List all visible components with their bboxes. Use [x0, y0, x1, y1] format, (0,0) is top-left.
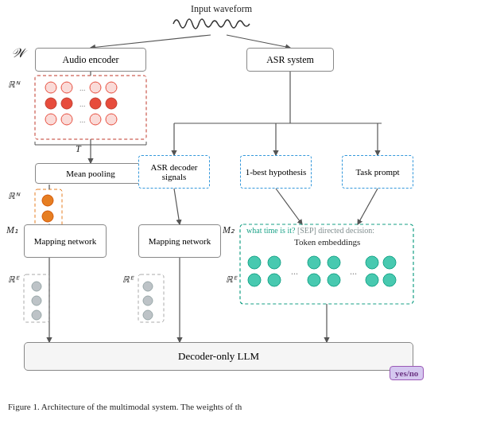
- svg-point-12: [45, 114, 56, 125]
- svg-point-6: [106, 82, 117, 93]
- svg-point-13: [61, 114, 72, 125]
- svg-point-7: [45, 98, 56, 109]
- mean-pooling-label: Mean pooling: [66, 169, 114, 178]
- svg-point-10: [90, 98, 101, 109]
- diagram: ... ... ...: [0, 0, 504, 414]
- svg-line-43: [276, 189, 302, 224]
- rn-label-pool: ℝᴺ: [8, 191, 19, 201]
- best-hypothesis-label: 1-best hypothesis: [246, 167, 307, 177]
- decoder-llm-label: Decoder-only LLM: [178, 350, 259, 363]
- asr-system-label: ASR system: [266, 54, 314, 66]
- decoder-llm-box: Decoder-only LLM: [24, 342, 413, 371]
- svg-rect-31: [24, 274, 49, 322]
- token-directed: directed decision:: [318, 226, 374, 235]
- svg-point-15: [90, 114, 101, 125]
- mapping-network-2-box: Mapping network: [138, 224, 221, 258]
- re-label-m1: ℝᴱ: [8, 274, 18, 285]
- svg-rect-45: [240, 224, 413, 304]
- svg-point-23: [42, 211, 53, 222]
- svg-point-54: [328, 274, 340, 286]
- token-text-area: what time is it? [SEP] directed decision…: [246, 226, 374, 235]
- svg-rect-17: [35, 76, 146, 139]
- svg-line-44: [358, 189, 378, 224]
- svg-point-41: [143, 310, 153, 320]
- svg-point-53: [328, 256, 340, 269]
- token-sep: [SEP]: [297, 226, 316, 235]
- task-prompt-box: Task prompt: [342, 155, 413, 189]
- svg-point-40: [143, 296, 153, 305]
- audio-encoder-label: Audio encoder: [63, 54, 119, 66]
- svg-text:...: ...: [79, 99, 86, 108]
- svg-point-29: [32, 296, 41, 305]
- svg-point-22: [42, 195, 53, 206]
- svg-point-52: [308, 274, 320, 286]
- svg-point-57: [366, 274, 378, 286]
- svg-line-37: [174, 189, 180, 224]
- yesno-badge: yes/no: [390, 366, 424, 380]
- svg-point-2: [45, 82, 56, 93]
- t-label: T: [76, 143, 81, 155]
- mean-pooling-box: Mean pooling: [35, 163, 146, 184]
- task-prompt-label: Task prompt: [355, 167, 399, 177]
- svg-point-47: [248, 274, 261, 286]
- rn-label-grid: ℝᴺ: [8, 80, 19, 90]
- svg-text:...: ...: [79, 115, 86, 124]
- svg-point-28: [32, 282, 41, 291]
- audio-encoder-box: Audio encoder: [35, 48, 146, 72]
- svg-text:...: ...: [350, 266, 357, 277]
- svg-point-56: [366, 256, 378, 269]
- svg-point-11: [106, 98, 117, 109]
- svg-point-59: [383, 274, 396, 286]
- best-hypothesis-box: 1-best hypothesis: [240, 155, 312, 189]
- svg-point-16: [106, 114, 117, 125]
- asr-decoder-signals-label: ASR decoder signals: [139, 162, 209, 181]
- token-embeddings-label: Token embeddings: [294, 237, 360, 247]
- svg-point-5: [90, 82, 101, 93]
- svg-point-3: [61, 82, 72, 93]
- svg-text:...: ...: [79, 84, 86, 92]
- svg-point-46: [248, 256, 261, 269]
- mapping-network-1-label: Mapping network: [34, 236, 97, 246]
- m2-label: M₂: [223, 224, 235, 236]
- w-label: 𝒲: [11, 46, 23, 60]
- token-question: what time is it?: [246, 226, 295, 235]
- mapping-network-2-label: Mapping network: [149, 236, 211, 246]
- svg-line-1: [227, 35, 290, 48]
- mapping-network-1-box: Mapping network: [24, 224, 107, 258]
- asr-decoder-signals-box: ASR decoder signals: [138, 155, 210, 189]
- re-label-m2: ℝᴱ: [122, 274, 133, 285]
- figure-caption: Figure 1. Architecture of the multimodal…: [8, 402, 242, 411]
- asr-system-box: ASR system: [246, 48, 334, 72]
- svg-point-30: [32, 310, 41, 320]
- svg-point-51: [308, 256, 320, 269]
- svg-text:...: ...: [291, 266, 298, 277]
- svg-point-8: [61, 98, 72, 109]
- svg-line-0: [91, 35, 211, 48]
- svg-point-58: [383, 256, 396, 269]
- svg-point-39: [143, 282, 153, 291]
- re-label-token: ℝᴱ: [226, 274, 236, 285]
- svg-rect-42: [138, 274, 164, 322]
- m1-label: M₁: [6, 224, 18, 236]
- input-waveform-label: Input waveform: [191, 3, 252, 15]
- svg-point-49: [268, 274, 281, 286]
- svg-point-48: [268, 256, 281, 269]
